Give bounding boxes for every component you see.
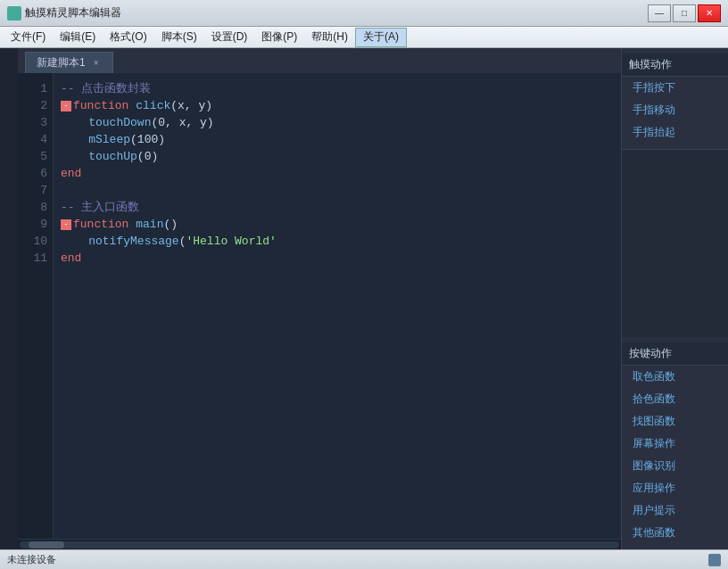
status-text: 未连接设备 xyxy=(7,553,56,566)
sidebar-color-pick[interactable]: 取色函数 xyxy=(622,366,728,388)
app-title: 触摸精灵脚本编辑器 xyxy=(25,5,121,21)
menu-about[interactable]: 关于(A) xyxy=(355,28,407,47)
sidebar-find-image[interactable]: 找图函数 xyxy=(622,410,728,433)
title-text: 触摸精灵脚本编辑器 xyxy=(7,5,121,21)
menu-bar: 文件(F) 编辑(E) 格式(O) 脚本(S) 设置(D) 图像(P) 帮助(H… xyxy=(0,27,728,48)
sidebar-app-ops[interactable]: 应用操作 xyxy=(622,477,728,499)
code-content[interactable]: -- 点击函数封装 -function click(x, y) touchDow… xyxy=(54,73,621,539)
menu-help[interactable]: 帮助(H) xyxy=(304,28,355,47)
minimize-button[interactable]: — xyxy=(648,4,671,22)
menu-edit[interactable]: 编辑(E) xyxy=(53,28,103,47)
key-actions-section: 按键动作 取色函数 拾色函数 找图函数 屏幕操作 图像识别 应用操作 用户提示 … xyxy=(622,337,728,549)
status-bar: 未连接设备 xyxy=(0,549,728,569)
menu-image[interactable]: 图像(P) xyxy=(254,28,304,47)
tab-bar: 新建脚本1 × xyxy=(18,48,621,73)
touch-actions-title: 触摸动作 xyxy=(622,54,728,77)
sidebar-other-funcs[interactable]: 其他函数 xyxy=(622,522,728,544)
left-sidebar xyxy=(0,48,18,549)
main-content: 新建脚本1 × 1 2 3 4 5 6 7 8 9 10 11 -- 点击函数封… xyxy=(0,48,728,549)
menu-format[interactable]: 格式(O) xyxy=(103,28,153,47)
sidebar-finger-move[interactable]: 手指移动 xyxy=(622,99,728,121)
key-actions-title: 按键动作 xyxy=(622,342,728,366)
menu-script[interactable]: 脚本(S) xyxy=(154,28,204,47)
sidebar-image-recog[interactable]: 图像识别 xyxy=(622,455,728,477)
restore-button[interactable]: □ xyxy=(673,4,696,22)
sidebar-color-grab[interactable]: 拾色函数 xyxy=(622,388,728,410)
app-icon xyxy=(7,6,21,21)
right-sidebar: 触摸动作 手指按下 手指移动 手指抬起 按键动作 取色函数 拾色函数 找图函数 … xyxy=(621,48,728,549)
sidebar-screen-ops[interactable]: 屏幕操作 xyxy=(622,433,728,455)
menu-file[interactable]: 文件(F) xyxy=(4,28,53,47)
title-bar: 触摸精灵脚本编辑器 — □ ✕ xyxy=(0,0,728,27)
line-numbers: 1 2 3 4 5 6 7 8 9 10 11 xyxy=(18,73,54,539)
tab-close-icon[interactable]: × xyxy=(91,58,102,69)
scrollbar-track[interactable] xyxy=(20,541,619,548)
menu-settings[interactable]: 设置(D) xyxy=(204,28,255,47)
close-button[interactable]: ✕ xyxy=(698,4,721,22)
editor-tab[interactable]: 新建脚本1 × xyxy=(25,52,113,73)
window-controls: — □ ✕ xyxy=(648,4,721,22)
sidebar-divider xyxy=(622,149,728,337)
code-editor[interactable]: 1 2 3 4 5 6 7 8 9 10 11 -- 点击函数封装 -funct… xyxy=(18,73,621,539)
tab-label: 新建脚本1 xyxy=(37,55,86,70)
status-icon xyxy=(708,554,721,566)
editor-area: 新建脚本1 × 1 2 3 4 5 6 7 8 9 10 11 -- 点击函数封… xyxy=(18,48,621,549)
horizontal-scrollbar[interactable] xyxy=(18,539,621,549)
status-right xyxy=(708,554,721,566)
sidebar-finger-down[interactable]: 手指按下 xyxy=(622,77,728,99)
sidebar-finger-up[interactable]: 手指抬起 xyxy=(622,121,728,144)
touch-actions-section: 触摸动作 手指按下 手指移动 手指抬起 xyxy=(622,48,728,149)
sidebar-user-tips[interactable]: 用户提示 xyxy=(622,499,728,522)
scrollbar-thumb[interactable] xyxy=(29,541,64,548)
